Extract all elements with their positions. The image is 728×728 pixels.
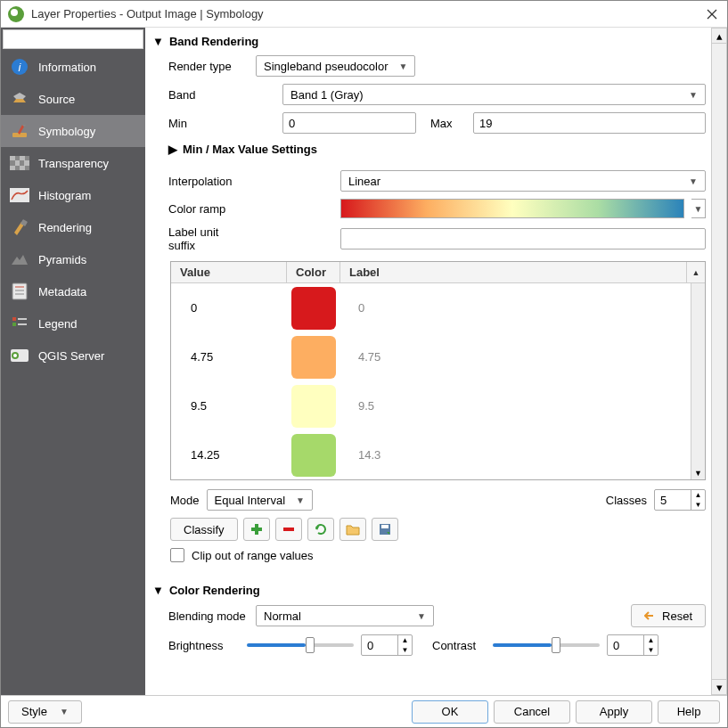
row-label: 4.75 xyxy=(340,350,691,364)
sidebar-item-source[interactable]: Source xyxy=(1,83,145,115)
svg-rect-9 xyxy=(20,156,25,160)
color-swatch[interactable] xyxy=(291,336,336,379)
spinner-down-icon[interactable]: ▼ xyxy=(398,645,412,655)
max-label: Max xyxy=(430,117,466,130)
contrast-slider[interactable] xyxy=(493,634,600,656)
refresh-button[interactable] xyxy=(307,518,334,541)
search-input[interactable] xyxy=(7,32,160,47)
color-swatch[interactable] xyxy=(291,434,336,477)
svg-rect-13 xyxy=(20,166,25,170)
clip-checkbox[interactable] xyxy=(170,548,184,562)
minmax-settings-header[interactable]: ▶ Min / Max Value Settings xyxy=(151,137,706,161)
undo-icon xyxy=(644,609,657,622)
contrast-spinner[interactable]: 0 ▲▼ xyxy=(607,634,658,656)
color-swatch[interactable] xyxy=(291,385,336,428)
reset-button[interactable]: Reset xyxy=(631,604,706,627)
sidebar-search[interactable] xyxy=(3,29,143,49)
scroll-down-icon[interactable]: ▾ xyxy=(711,679,727,695)
sidebar-item-qgis-server[interactable]: QGIS Server xyxy=(1,339,145,372)
color-ramp[interactable] xyxy=(340,199,684,218)
apply-button[interactable]: Apply xyxy=(576,700,652,724)
mode-select[interactable]: Equal Interval▼ xyxy=(207,489,313,511)
scroll-up-icon[interactable]: ▴ xyxy=(711,28,727,44)
table-header-color[interactable]: Color xyxy=(287,262,340,282)
sidebar-item-symbology[interactable]: Symbology xyxy=(1,115,145,147)
table-header-label[interactable]: Label xyxy=(340,262,687,282)
table-row[interactable]: 14.25 14.3 xyxy=(171,430,691,479)
sidebar-item-transparency[interactable]: Transparency xyxy=(1,147,145,179)
brightness-slider[interactable] xyxy=(247,634,354,656)
sidebar-item-pyramids[interactable]: Pyramids xyxy=(1,243,145,275)
cancel-button[interactable]: Cancel xyxy=(494,700,570,724)
spinner-up-icon[interactable]: ▲ xyxy=(644,635,658,645)
main-scrollbar[interactable]: ▴ ▾ xyxy=(711,28,727,695)
sidebar-item-label: Legend xyxy=(38,317,77,331)
rendering-icon xyxy=(10,217,29,237)
spinner-down-icon[interactable]: ▼ xyxy=(691,500,705,510)
folder-icon xyxy=(346,522,360,536)
suffix-label-2: suffix xyxy=(168,239,333,252)
legend-icon xyxy=(10,314,29,333)
close-button[interactable] xyxy=(704,6,720,22)
band-select[interactable]: Band 1 (Gray)▼ xyxy=(282,84,706,105)
source-icon xyxy=(10,89,29,109)
save-ramp-button[interactable] xyxy=(372,518,398,541)
server-icon xyxy=(10,346,29,365)
min-input[interactable]: 0 xyxy=(282,112,416,134)
contrast-label: Contrast xyxy=(432,639,486,652)
table-header-value[interactable]: Value xyxy=(171,262,287,282)
sidebar-item-metadata[interactable]: Metadata xyxy=(1,275,145,307)
svg-rect-20 xyxy=(12,317,16,321)
ok-button[interactable]: OK xyxy=(412,700,488,724)
scroll-up-icon[interactable]: ▲ xyxy=(687,262,705,282)
table-row[interactable]: 4.75 4.75 xyxy=(171,332,691,381)
color-ramp-dropdown[interactable]: ▼ xyxy=(691,199,706,218)
symbology-icon xyxy=(10,121,29,141)
chevron-down-icon: ▼ xyxy=(417,611,426,621)
sidebar-item-legend[interactable]: Legend xyxy=(1,307,145,339)
color-swatch[interactable] xyxy=(291,287,336,330)
classify-button[interactable]: Classify xyxy=(170,518,238,541)
dialog-footer: Style ▼ OK Cancel Apply Help xyxy=(1,695,727,727)
row-value: 0 xyxy=(171,301,287,315)
classes-spinner[interactable]: 5 ▲▼ xyxy=(654,489,706,511)
table-row[interactable]: 9.5 9.5 xyxy=(171,381,691,430)
chevron-down-icon: ▼ xyxy=(689,176,698,186)
table-scrollbar[interactable]: ▼ xyxy=(691,283,705,479)
sidebar-item-label: QGIS Server xyxy=(38,349,104,363)
color-rendering-header[interactable]: ▼ Color Rendering xyxy=(151,580,706,601)
transparency-icon xyxy=(10,153,29,173)
sidebar: i Information Source Symbology Transpare… xyxy=(1,28,145,695)
svg-rect-12 xyxy=(10,166,15,170)
help-button[interactable]: Help xyxy=(658,700,720,724)
row-value: 9.5 xyxy=(171,399,287,413)
blending-mode-select[interactable]: Normal▼ xyxy=(256,605,434,626)
spinner-up-icon[interactable]: ▲ xyxy=(398,635,412,645)
pyramids-icon xyxy=(10,249,29,269)
refresh-icon xyxy=(314,522,328,536)
sidebar-item-histogram[interactable]: Histogram xyxy=(1,179,145,211)
sidebar-item-information[interactable]: i Information xyxy=(1,51,145,83)
suffix-input[interactable] xyxy=(340,228,706,249)
classes-label: Classes xyxy=(606,494,647,507)
interpolation-label: Interpolation xyxy=(168,175,333,188)
load-ramp-button[interactable] xyxy=(339,518,366,541)
brightness-spinner[interactable]: 0 ▲▼ xyxy=(361,634,413,656)
render-type-select[interactable]: Singleband pseudocolor▼ xyxy=(256,55,415,77)
spinner-down-icon[interactable]: ▼ xyxy=(644,645,658,655)
scroll-down-icon[interactable]: ▼ xyxy=(694,469,702,478)
band-rendering-header[interactable]: ▼ Band Rendering xyxy=(151,31,706,52)
table-row[interactable]: 0 0 xyxy=(171,283,691,332)
suffix-label-1: Label unit xyxy=(168,225,333,239)
sidebar-item-rendering[interactable]: Rendering xyxy=(1,211,145,243)
max-input[interactable]: 19 xyxy=(473,112,706,134)
color-ramp-label: Color ramp xyxy=(168,202,333,216)
style-button[interactable]: Style ▼ xyxy=(8,700,82,724)
svg-rect-28 xyxy=(251,528,262,531)
add-class-button[interactable] xyxy=(243,518,270,541)
spinner-up-icon[interactable]: ▲ xyxy=(691,490,705,500)
interpolation-select[interactable]: Linear▼ xyxy=(340,170,706,192)
plus-icon xyxy=(249,522,264,536)
window-title: Layer Properties - Output Image | Symbol… xyxy=(31,7,704,20)
remove-class-button[interactable] xyxy=(275,518,302,541)
